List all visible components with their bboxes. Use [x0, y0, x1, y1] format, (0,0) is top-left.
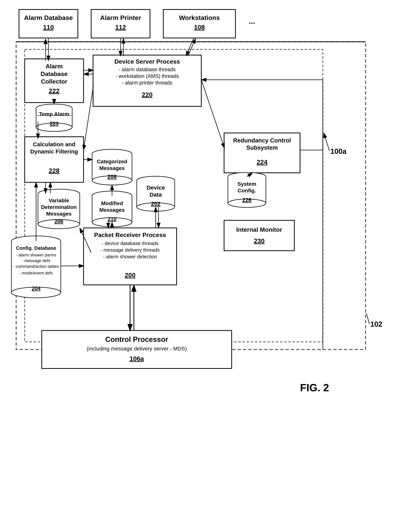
svg-point-40 [228, 172, 266, 181]
packet-receiver-number: 200 [125, 271, 136, 279]
device-data-line2: Data [149, 191, 162, 198]
config-db-number: 204 [32, 285, 41, 291]
device-data-line1: Device [146, 184, 165, 191]
device-server-line2: - workstation (AMS) threads [115, 73, 179, 79]
control-processor-title: Control Processor [105, 335, 168, 344]
svg-rect-46 [11, 241, 61, 292]
svg-line-56 [186, 38, 194, 56]
svg-rect-26 [38, 194, 80, 224]
svg-point-25 [38, 189, 80, 198]
config-db-title: Config. Database [16, 245, 56, 251]
svg-rect-10 [93, 55, 201, 106]
svg-point-24 [92, 176, 132, 185]
internal-monitor-title: Internal Monitor [236, 226, 282, 233]
alarm-db-title: Alarm Database [24, 14, 73, 21]
temp-alarm-number: 223 [50, 121, 59, 126]
system-config-line1: System [237, 181, 256, 187]
svg-point-15 [36, 123, 72, 131]
device-server-line3: - alarm printer threads [122, 80, 172, 86]
svg-point-30 [92, 191, 132, 200]
variable-det-line2: Determination [41, 204, 77, 210]
redundancy-number: 224 [257, 158, 268, 166]
figure-label: FIG. 2 [300, 382, 329, 394]
page: { "figure_label": "FIG. 2", "boundary_la… [0, 0, 417, 532]
svg-rect-12 [36, 108, 72, 127]
config-db-line1: - alarm shower parms [16, 253, 56, 257]
alarm-db-collector-title-line1: Alarm [46, 63, 63, 70]
config-db-line2: - message defs [22, 258, 50, 263]
svg-rect-19 [224, 220, 294, 251]
svg-point-29 [38, 219, 80, 229]
svg-line-57 [188, 38, 196, 56]
packet-receiver-line2: - message delivery threads [100, 247, 160, 253]
svg-point-35 [137, 176, 175, 185]
svg-point-39 [137, 203, 175, 211]
categorized-messages-line2: Messages [99, 165, 125, 171]
redundancy-title-line1: Redundancy Control [233, 137, 291, 144]
device-data-number: 202 [151, 201, 160, 207]
svg-rect-4 [25, 49, 323, 342]
svg-line-73 [247, 173, 252, 177]
control-processor-number: 106a [129, 355, 144, 362]
dots-label: ... [249, 17, 255, 25]
svg-rect-41 [228, 177, 266, 203]
label-102: 102 [370, 320, 382, 328]
variable-det-number: 206 [54, 219, 63, 224]
svg-rect-17 [25, 137, 83, 182]
variable-det-line3: Messages [46, 211, 72, 217]
packet-receiver-line3: - alarm shower detection [103, 254, 157, 260]
svg-rect-6 [91, 10, 150, 38]
workstations-title: Workstations [179, 14, 220, 21]
calc-filter-title-line1: Calculation and [33, 141, 75, 147]
svg-rect-7 [163, 10, 235, 38]
svg-point-11 [36, 104, 72, 113]
variable-det-line1: Variable [49, 198, 69, 203]
svg-line-60 [201, 80, 224, 148]
svg-point-20 [92, 149, 132, 158]
config-db-line4: - mode/event defs [19, 271, 53, 275]
svg-rect-36 [137, 180, 175, 207]
control-processor-subtitle: (including message delivery server - MDS… [87, 346, 187, 352]
svg-point-45 [11, 236, 61, 247]
svg-rect-9 [25, 59, 83, 103]
device-server-number: 220 [142, 91, 153, 98]
svg-rect-31 [92, 196, 132, 222]
svg-rect-51 [42, 331, 232, 368]
label-100a: 100a [330, 147, 346, 155]
svg-point-49 [11, 287, 61, 298]
alarm-db-collector-title-line2: Database [41, 71, 68, 77]
diagram-svg: 100a 102 Alarm Database 110 Alarm Printe… [0, 0, 417, 532]
modified-messages-line1: Modified [101, 200, 123, 206]
categorized-messages-line1: Categorized [97, 159, 127, 165]
redundancy-title-line2: Subsystem [246, 144, 278, 151]
device-server-line1: - alarm database threads [119, 67, 176, 72]
alarm-printer-number: 112 [115, 23, 126, 31]
alarm-printer-title: Alarm Printer [100, 14, 141, 21]
alarm-db-collector-number: 222 [49, 87, 60, 94]
modified-messages-line2: Messages [99, 207, 125, 213]
svg-rect-18 [224, 133, 300, 173]
device-server-title: Device Server Process [114, 58, 180, 65]
svg-point-34 [92, 218, 132, 227]
calc-filter-number: 228 [49, 167, 60, 174]
categorized-messages-number: 208 [107, 174, 117, 180]
system-config-line2: Config. [238, 188, 256, 194]
svg-rect-5 [19, 10, 78, 38]
calc-filter-title-line2: Dynamic Filtering [30, 148, 78, 155]
alarm-db-collector-title-line3: Collector [41, 78, 67, 85]
internal-monitor-number: 230 [254, 237, 265, 244]
svg-rect-50 [83, 228, 177, 285]
packet-receiver-line1: - device database threads [102, 240, 158, 246]
alarm-db-number: 110 [43, 23, 54, 31]
svg-point-44 [228, 199, 266, 208]
packet-receiver-title: Packet Receiver Process [94, 231, 166, 238]
temp-alarm-title: Temp Alarm [39, 111, 69, 117]
workstations-number: 108 [194, 23, 205, 31]
svg-line-61 [83, 85, 94, 150]
svg-rect-3 [16, 42, 365, 349]
system-config-number: 226 [242, 197, 251, 203]
svg-rect-21 [92, 154, 132, 180]
modified-messages-number: 210 [108, 216, 117, 222]
config-db-line3: - command/action tables [13, 264, 59, 269]
svg-line-65 [80, 228, 91, 253]
